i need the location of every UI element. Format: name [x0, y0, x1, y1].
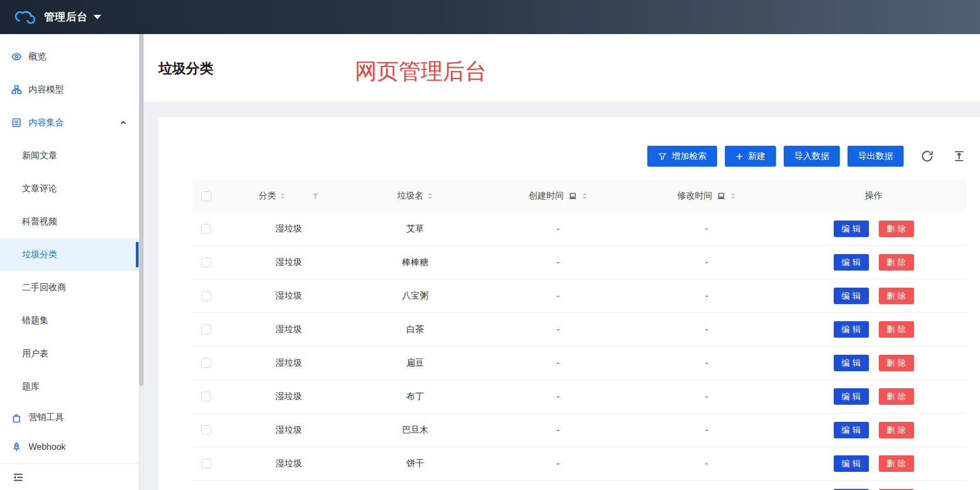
- cell-category: 湿垃圾: [231, 458, 346, 470]
- cell-name: 白茶: [346, 324, 484, 335]
- delete-button[interactable]: 删除: [879, 288, 914, 304]
- column-header-category[interactable]: 分类: [231, 190, 346, 202]
- cell-modified: -: [632, 224, 781, 234]
- sidebar-sub-item[interactable]: 新闻文章: [0, 139, 139, 172]
- cell-name: 八宝粥: [346, 290, 484, 302]
- sitemap-icon: [11, 84, 22, 95]
- cell-actions: 编辑 删除: [781, 422, 966, 438]
- sidebar-sub-item[interactable]: 二手回收商: [0, 271, 139, 304]
- sidebar-sub-item[interactable]: 科普视频: [0, 205, 139, 238]
- import-data-button[interactable]: 导入数据: [784, 146, 840, 167]
- sidebar-item-marketing-tools[interactable]: 营销工具: [0, 403, 139, 432]
- table-header-row: 分类 垃圾名: [192, 180, 966, 212]
- page-scrollbar[interactable]: [139, 34, 144, 490]
- sort-carets-icon[interactable]: [581, 192, 588, 200]
- export-data-label: 导出数据: [858, 151, 893, 162]
- sidebar-item-overview[interactable]: 概览: [0, 40, 139, 73]
- delete-button[interactable]: 删除: [879, 455, 914, 472]
- edit-button[interactable]: 编辑: [834, 221, 869, 237]
- sidebar-sub-item[interactable]: 题库: [0, 370, 139, 403]
- edit-button[interactable]: 编辑: [834, 455, 869, 472]
- export-data-button[interactable]: 导出数据: [847, 146, 904, 167]
- column-label: 垃圾名: [397, 190, 423, 202]
- edit-button[interactable]: 编辑: [834, 355, 869, 371]
- cell-created: -: [484, 392, 632, 401]
- sidebar-sub-item[interactable]: 文章评论: [0, 172, 139, 205]
- table-row: 编辑 删除: [192, 481, 966, 490]
- row-checkbox[interactable]: [201, 257, 211, 267]
- sidebar-sub-item-label: 用户表: [22, 348, 48, 360]
- row-checkbox[interactable]: [201, 358, 211, 368]
- row-checkbox[interactable]: [201, 425, 211, 435]
- row-checkbox[interactable]: [201, 224, 211, 234]
- delete-button[interactable]: 删除: [879, 422, 914, 438]
- collapse-sidebar-icon[interactable]: [12, 471, 24, 483]
- delete-button[interactable]: 删除: [879, 321, 914, 338]
- eye-icon: [11, 51, 22, 62]
- page-title: 垃圾分类: [158, 59, 213, 78]
- scroll-to-top-icon[interactable]: [952, 149, 966, 163]
- cell-created: -: [484, 224, 632, 234]
- sort-carets-icon[interactable]: [730, 192, 736, 200]
- sidebar-item-content-model[interactable]: 内容模型: [0, 73, 139, 106]
- create-button[interactable]: 新建: [725, 146, 776, 167]
- sidebar-item-content-collection[interactable]: 内容集合: [0, 106, 139, 139]
- column-header-modified[interactable]: 修改时间: [632, 190, 781, 202]
- sidebar-sub-item-label: 科普视频: [22, 216, 57, 228]
- sidebar-sub-list: 新闻文章 文章评论 科普视频 垃圾分类 二手回收商 错题集 用户表: [0, 139, 139, 403]
- row-checkbox[interactable]: [201, 291, 211, 301]
- rocket-icon: [11, 442, 22, 453]
- sidebar-sub-item[interactable]: 垃圾分类: [0, 238, 139, 271]
- edit-button[interactable]: 编辑: [834, 422, 869, 438]
- edit-button[interactable]: 编辑: [834, 288, 869, 304]
- app-title-caret-down-icon[interactable]: [93, 15, 101, 19]
- delete-button[interactable]: 删除: [879, 355, 914, 371]
- edit-button[interactable]: 编辑: [834, 254, 869, 271]
- cell-created: -: [484, 324, 632, 334]
- row-checkbox[interactable]: [201, 324, 211, 334]
- delete-button[interactable]: 删除: [879, 221, 914, 237]
- cell-name: 饼干: [346, 458, 484, 470]
- app-title[interactable]: 管理后台: [44, 10, 88, 24]
- edit-button[interactable]: 编辑: [834, 321, 869, 338]
- column-header-name[interactable]: 垃圾名: [346, 190, 484, 202]
- table-row: 湿垃圾 白茶 - - 编辑 删除: [192, 313, 966, 346]
- sort-carets-icon[interactable]: [279, 192, 286, 200]
- chevron-up-icon[interactable]: [119, 118, 128, 127]
- sidebar-sub-item[interactable]: 用户表: [0, 337, 139, 370]
- sidebar-item-label: 内容模型: [29, 84, 64, 96]
- cell-modified: -: [632, 324, 781, 334]
- sidebar-item-label: Webhook: [29, 442, 65, 452]
- column-header-created[interactable]: 创建时间: [484, 190, 632, 202]
- scrollbar-thumb[interactable]: [139, 34, 144, 386]
- select-all-checkbox[interactable]: [201, 191, 211, 201]
- cell-category: 湿垃圾: [231, 324, 346, 335]
- cell-created: -: [484, 291, 632, 301]
- content-area: 增加检索 新建 导入数据 导出数据: [144, 102, 980, 490]
- cell-created: -: [484, 425, 632, 435]
- column-label: 分类: [258, 190, 276, 202]
- sidebar-sub-item[interactable]: 错题集: [0, 304, 139, 337]
- row-checkbox[interactable]: [201, 459, 211, 469]
- cell-category: 湿垃圾: [231, 425, 346, 436]
- sidebar-sub-item-label: 题库: [22, 381, 40, 393]
- add-search-label: 增加检索: [671, 151, 707, 162]
- main-area: 垃圾分类 网页管理后台 增加检索 新建 导入数据: [144, 34, 980, 490]
- sidebar-sub-item-label: 文章评论: [22, 183, 57, 195]
- delete-button[interactable]: 删除: [879, 388, 914, 405]
- column-header-actions: 操作: [781, 190, 966, 202]
- refresh-icon[interactable]: [920, 149, 934, 163]
- system-field-laptop-icon: [568, 192, 578, 200]
- cell-modified: -: [632, 392, 781, 401]
- sort-carets-icon[interactable]: [427, 192, 433, 200]
- cell-actions: 编辑 删除: [781, 221, 966, 237]
- delete-button[interactable]: 删除: [879, 254, 914, 271]
- sidebar-footer: [0, 464, 139, 490]
- edit-button[interactable]: 编辑: [834, 388, 869, 405]
- sidebar-item-label: 内容集合: [29, 117, 64, 129]
- row-checkbox[interactable]: [201, 392, 211, 401]
- add-search-button[interactable]: 增加检索: [647, 146, 717, 167]
- table-row: 湿垃圾 布丁 - - 编辑 删除: [192, 380, 966, 414]
- column-filter-funnel-icon[interactable]: [312, 192, 319, 200]
- sidebar-item-webhook[interactable]: Webhook: [0, 432, 139, 461]
